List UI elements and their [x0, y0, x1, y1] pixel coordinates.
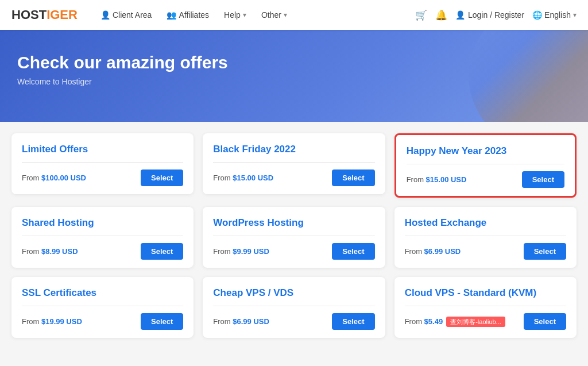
card-divider-hosted-exchange [405, 236, 566, 236]
card-wrapper-wordpress-hosting: WordPress HostingFrom $9.99 USDSelect [203, 207, 385, 268]
logo-host: HOST [11, 7, 47, 22]
card-title-ssl-certificates: SSL Certificates [22, 287, 183, 299]
card-wrapper-shared-hosting: Shared HostingFrom $8.99 USDSelect [11, 207, 194, 268]
select-button-wordpress-hosting[interactable]: Select [332, 243, 374, 260]
language-label: English [544, 10, 571, 20]
chevron-down-icon-other: ▾ [284, 11, 287, 19]
price-amount-hosted-exchange: $6.99 USD [424, 247, 461, 256]
card-price-cloud-vps: From $5.49查刘博客-laoliub... [405, 317, 505, 326]
card-wrapper-ssl-certificates: SSL CertificatesFrom $19.99 USDSelect [11, 277, 194, 338]
affiliates-icon: 👥 [167, 10, 176, 20]
card-bottom-ssl-certificates: From $19.99 USDSelect [22, 313, 183, 330]
hero-banner: Check our amazing offers Welcome to Host… [0, 30, 588, 122]
main-content: Limited OffersFrom $100.00 USDSelectBlac… [0, 122, 588, 349]
login-label: Login / Register [468, 10, 524, 20]
price-amount-black-friday: $15.00 USD [233, 174, 273, 182]
nav-help-label: Help [224, 10, 241, 20]
card-title-cheap-vps: Cheap VPS / VDS [213, 287, 374, 299]
select-button-limited-offers[interactable]: Select [141, 169, 183, 186]
card-divider-wordpress-hosting [213, 236, 374, 236]
card-wrapper-limited-offers: Limited OffersFrom $100.00 USDSelect [11, 133, 194, 198]
price-amount-cloud-vps: $5.49 [424, 317, 443, 326]
price-amount-limited-offers: $100.00 USD [41, 174, 86, 182]
card-title-wordpress-hosting: WordPress Hosting [213, 217, 374, 229]
nav-other-label: Other [261, 10, 281, 20]
hero-tiger-decoration [439, 30, 588, 122]
card-wrapper-cheap-vps: Cheap VPS / VDSFrom $6.99 USDSelect [203, 277, 385, 338]
card-title-cloud-vps: Cloud VPS - Standard (KVM) [405, 287, 566, 299]
card-divider-cloud-vps [405, 306, 566, 306]
card-bottom-limited-offers: From $100.00 USDSelect [22, 169, 183, 186]
price-amount-ssl-certificates: $19.99 USD [41, 317, 82, 326]
card-wrapper-cloud-vps: Cloud VPS - Standard (KVM)From $5.49查刘博客… [394, 277, 577, 338]
login-link[interactable]: 👤 Login / Register [455, 10, 524, 20]
price-amount-happy-new-year: $15.00 USD [426, 175, 467, 184]
select-button-ssl-certificates[interactable]: Select [141, 313, 183, 330]
card-wrapper-black-friday: Black Friday 2022From $15.00 USDSelect [203, 133, 385, 198]
select-button-cloud-vps[interactable]: Select [524, 313, 566, 330]
card-price-wordpress-hosting: From $9.99 USD [213, 247, 269, 256]
nav-client-area[interactable]: 👤 Client Area [95, 7, 157, 23]
card-bottom-cloud-vps: From $5.49查刘博客-laoliub...Select [405, 313, 566, 330]
nav-client-area-label: Client Area [113, 10, 152, 20]
select-button-hosted-exchange[interactable]: Select [524, 243, 566, 260]
select-button-cheap-vps[interactable]: Select [332, 313, 374, 330]
price-amount-shared-hosting: $8.99 USD [41, 247, 78, 256]
card-bottom-cheap-vps: From $6.99 USDSelect [213, 313, 374, 330]
chevron-down-icon-lang: ▾ [573, 11, 577, 19]
nav-help[interactable]: Help ▾ [218, 7, 252, 23]
bell-icon[interactable]: 🔔 [435, 9, 447, 21]
card-divider-black-friday [213, 162, 374, 163]
card-price-limited-offers: From $100.00 USD [22, 174, 86, 182]
offer-card-hosted-exchange: Hosted ExchangeFrom $6.99 USDSelect [394, 207, 577, 268]
card-wrapper-hosted-exchange: Hosted ExchangeFrom $6.99 USDSelect [394, 207, 577, 268]
offer-card-cheap-vps: Cheap VPS / VDSFrom $6.99 USDSelect [203, 277, 385, 338]
card-price-hosted-exchange: From $6.99 USD [405, 247, 461, 256]
nav-affiliates[interactable]: 👥 Affiliates [161, 7, 215, 23]
card-bottom-wordpress-hosting: From $9.99 USDSelect [213, 243, 374, 260]
navbar-links: 👤 Client Area 👥 Affiliates Help ▾ Other … [95, 7, 415, 23]
card-title-happy-new-year: Happy New Year 2023 [407, 145, 564, 157]
cart-icon[interactable]: 🛒 [415, 9, 427, 21]
offer-card-ssl-certificates: SSL CertificatesFrom $19.99 USDSelect [11, 277, 194, 338]
select-button-shared-hosting[interactable]: Select [141, 243, 183, 260]
card-divider-limited-offers [22, 162, 183, 163]
card-title-hosted-exchange: Hosted Exchange [405, 217, 566, 229]
card-divider-cheap-vps [213, 306, 374, 306]
card-price-cheap-vps: From $6.99 USD [213, 317, 269, 326]
card-bottom-shared-hosting: From $8.99 USDSelect [22, 243, 183, 260]
login-person-icon: 👤 [455, 10, 465, 20]
card-divider-happy-new-year [407, 164, 564, 164]
offer-card-wordpress-hosting: WordPress HostingFrom $9.99 USDSelect [203, 207, 385, 268]
offer-card-shared-hosting: Shared HostingFrom $8.99 USDSelect [11, 207, 194, 268]
logo[interactable]: HOSTIGER [11, 7, 78, 22]
card-title-limited-offers: Limited Offers [22, 144, 183, 155]
chevron-down-icon: ▾ [243, 11, 246, 19]
offer-card-happy-new-year: Happy New Year 2023From $15.00 USDSelect [394, 133, 577, 198]
select-button-black-friday[interactable]: Select [332, 169, 374, 186]
offers-grid: Limited OffersFrom $100.00 USDSelectBlac… [11, 133, 577, 338]
watermark-cloud-vps: 查刘博客-laoliub... [446, 317, 505, 327]
card-price-happy-new-year: From $15.00 USD [407, 175, 467, 184]
nav-other[interactable]: Other ▾ [256, 7, 293, 23]
card-bottom-happy-new-year: From $15.00 USDSelect [407, 171, 564, 188]
card-price-shared-hosting: From $8.99 USD [22, 247, 78, 256]
offer-card-cloud-vps: Cloud VPS - Standard (KVM)From $5.49查刘博客… [394, 277, 577, 338]
card-title-black-friday: Black Friday 2022 [213, 144, 374, 155]
select-button-happy-new-year[interactable]: Select [522, 171, 564, 188]
navbar-right: 🛒 🔔 👤 Login / Register 🌐 English ▾ [415, 9, 577, 21]
offer-card-black-friday: Black Friday 2022From $15.00 USDSelect [203, 133, 385, 194]
card-price-ssl-certificates: From $19.99 USD [22, 317, 82, 326]
logo-iger: IGER [47, 7, 78, 22]
nav-affiliates-label: Affiliates [179, 10, 209, 20]
card-title-shared-hosting: Shared Hosting [22, 217, 183, 229]
card-bottom-hosted-exchange: From $6.99 USDSelect [405, 243, 566, 260]
card-divider-shared-hosting [22, 236, 183, 236]
globe-icon: 🌐 [532, 10, 542, 20]
language-selector[interactable]: 🌐 English ▾ [532, 10, 577, 20]
offer-card-limited-offers: Limited OffersFrom $100.00 USDSelect [11, 133, 194, 194]
card-divider-ssl-certificates [22, 306, 183, 306]
card-bottom-black-friday: From $15.00 USDSelect [213, 169, 374, 186]
price-amount-cheap-vps: $6.99 USD [233, 317, 269, 326]
person-icon: 👤 [100, 10, 110, 20]
